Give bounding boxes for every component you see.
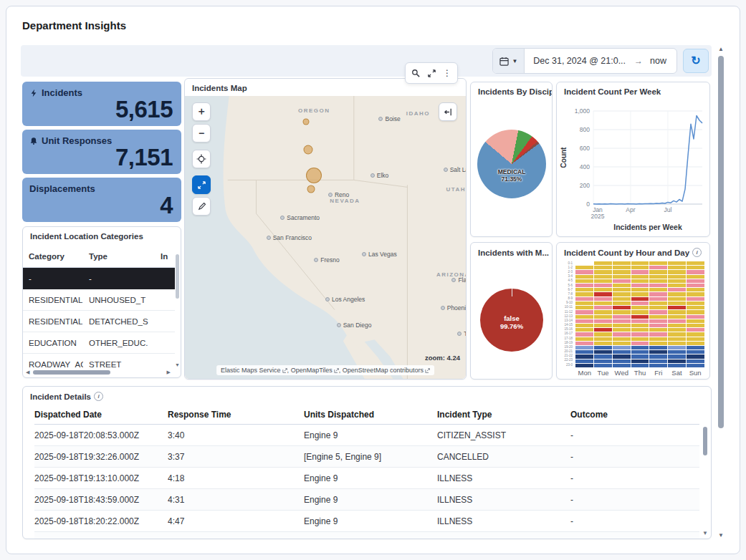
incident-cluster-marker[interactable]: [306, 168, 322, 183]
heatmap-cell[interactable]: [668, 270, 686, 274]
metric-card-unit-responses[interactable]: Unit Responses7,151: [22, 130, 181, 174]
heatmap-cell[interactable]: [649, 332, 667, 336]
heatmap-cell[interactable]: [594, 288, 612, 291]
column-header[interactable]: Category: [23, 252, 83, 261]
heatmap-cell[interactable]: [687, 324, 704, 327]
heatmap-cell[interactable]: [575, 266, 593, 269]
heatmap-cell[interactable]: [668, 324, 686, 327]
heatmap-cell[interactable]: [649, 337, 667, 341]
heatmap-cell[interactable]: [594, 306, 612, 309]
heatmap-cell[interactable]: [631, 354, 649, 358]
scrollbar-thumb[interactable]: [718, 56, 724, 428]
heatmap-cell[interactable]: [649, 342, 667, 345]
heatmap-cell[interactable]: [668, 332, 686, 336]
heatmap-grid[interactable]: [575, 261, 704, 367]
set-view-icon[interactable]: [192, 150, 211, 168]
info-icon[interactable]: i: [692, 248, 702, 257]
heatmap-cell[interactable]: [649, 350, 667, 354]
heatmap-cell[interactable]: [631, 332, 649, 336]
heatmap-cell[interactable]: [687, 292, 704, 296]
heatmap-cell[interactable]: [687, 266, 704, 269]
heatmap-cell[interactable]: [575, 306, 593, 309]
heatmap-cell[interactable]: [594, 292, 612, 296]
heatmap-cell[interactable]: [575, 288, 593, 291]
heatmap-cell[interactable]: [668, 319, 686, 323]
heatmap-cell[interactable]: [594, 319, 612, 323]
vertical-scrollbar-thumb[interactable]: [703, 427, 707, 455]
heatmap-cell[interactable]: [594, 359, 612, 363]
panel-title[interactable]: Incident Count Per Week: [557, 82, 709, 97]
heatmap-cell[interactable]: [649, 359, 667, 363]
heatmap-cell[interactable]: [594, 332, 612, 336]
heatmap-cell[interactable]: [594, 342, 612, 345]
heatmap-cell[interactable]: [649, 275, 667, 279]
heatmap-cell[interactable]: [631, 342, 649, 345]
heatmap-cell[interactable]: [613, 306, 631, 309]
heatmap-cell[interactable]: [668, 292, 686, 296]
heatmap-cell[interactable]: [613, 266, 631, 269]
heatmap-cell[interactable]: [687, 315, 704, 319]
heatmap-cell[interactable]: [594, 279, 612, 283]
heatmap-cell[interactable]: [613, 301, 631, 305]
heatmap-cell[interactable]: [631, 301, 649, 305]
heatmap-cell[interactable]: [687, 350, 704, 354]
heatmap-cell[interactable]: [649, 319, 667, 323]
heatmap-cell[interactable]: [631, 275, 649, 279]
heatmap-cell[interactable]: [687, 328, 704, 332]
heatmap-cell[interactable]: [594, 324, 612, 327]
panel-title[interactable]: Incidents By Discipl...: [471, 82, 552, 97]
attribution-link[interactable]: OpenMapTiles: [291, 367, 339, 374]
inspect-icon[interactable]: [408, 66, 423, 80]
attribution-link[interactable]: Elastic Maps Service: [221, 367, 287, 374]
scroll-right-icon[interactable]: ▶: [167, 370, 171, 375]
heatmap-cell[interactable]: [687, 261, 704, 265]
heatmap-cell[interactable]: [668, 350, 686, 354]
heatmap-cell[interactable]: [668, 266, 686, 269]
heatmap-cell[interactable]: [575, 310, 593, 314]
heatmap-cell[interactable]: [631, 310, 649, 314]
heatmap-cell[interactable]: [575, 292, 593, 296]
heatmap-cell[interactable]: [613, 337, 631, 341]
date-quick-menu-button[interactable]: ▼: [493, 49, 525, 73]
scroll-down-icon[interactable]: ▼: [717, 532, 725, 539]
heatmap-cell[interactable]: [594, 297, 612, 301]
metric-card-incidents[interactable]: Incidents5,615: [22, 82, 181, 126]
heatmap-cell[interactable]: [613, 292, 631, 296]
heatmap-cell[interactable]: [649, 284, 667, 287]
heatmap-cell[interactable]: [631, 319, 649, 323]
heatmap-cell[interactable]: [668, 364, 686, 367]
heatmap-cell[interactable]: [575, 332, 593, 336]
heatmap-cell[interactable]: [687, 306, 704, 309]
horizontal-scrollbar-track[interactable]: [32, 370, 164, 375]
column-header[interactable]: Dispatched Date: [34, 410, 168, 420]
legend-collapse-icon[interactable]: [439, 102, 457, 121]
heatmap-cell[interactable]: [649, 261, 667, 265]
heatmap-cell[interactable]: [687, 270, 704, 274]
heatmap-cell[interactable]: [668, 261, 686, 265]
heatmap-cell[interactable]: [594, 301, 612, 305]
heatmap-cell[interactable]: [613, 328, 631, 332]
date-range-start[interactable]: Dec 31, 2024 @ 21:0...: [525, 56, 634, 66]
heatmap-cell[interactable]: [687, 354, 704, 358]
heatmap-cell[interactable]: [594, 354, 612, 358]
heatmap-cell[interactable]: [668, 284, 686, 287]
heatmap-cell[interactable]: [668, 310, 686, 314]
heatmap-cell[interactable]: [631, 306, 649, 309]
heatmap-cell[interactable]: [594, 315, 612, 319]
maximize-icon[interactable]: [424, 66, 439, 80]
heatmap-cell[interactable]: [668, 301, 686, 305]
heatmap-cell[interactable]: [687, 319, 704, 323]
heatmap-cell[interactable]: [575, 346, 593, 349]
heatmap-cell[interactable]: [575, 284, 593, 287]
heatmap-cell[interactable]: [575, 319, 593, 323]
heatmap-cell[interactable]: [668, 337, 686, 341]
heatmap-cell[interactable]: [594, 346, 612, 349]
panel-title[interactable]: Incident Count by Hour and Dayi: [557, 243, 709, 259]
scroll-down-icon[interactable]: ▼: [702, 530, 708, 536]
heatmap-cell[interactable]: [613, 359, 631, 363]
heatmap-cell[interactable]: [613, 315, 631, 319]
heatmap-cell[interactable]: [668, 346, 686, 349]
column-header[interactable]: Outcome: [570, 410, 699, 420]
heatmap-cell[interactable]: [594, 270, 612, 274]
heatmap-cell[interactable]: [613, 332, 631, 336]
